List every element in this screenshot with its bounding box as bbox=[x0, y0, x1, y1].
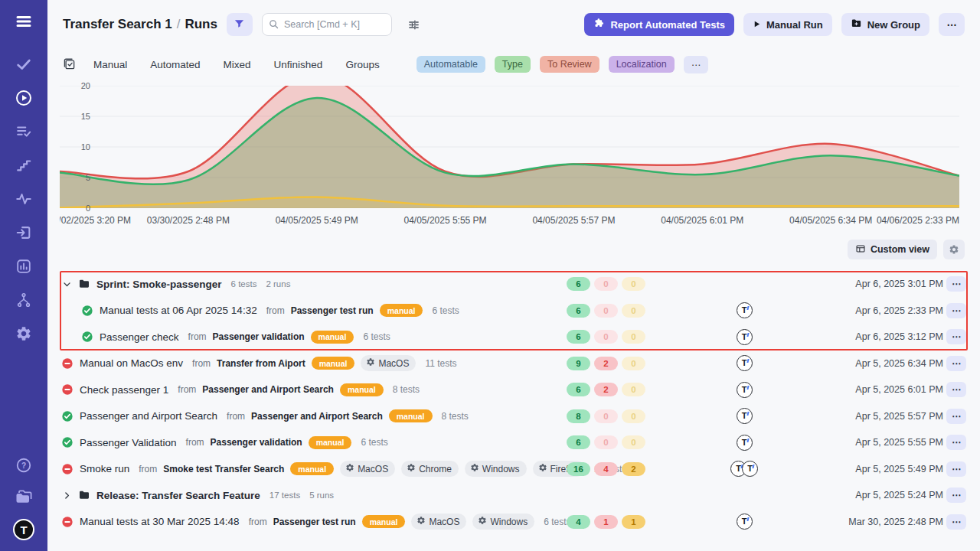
tab-mixed[interactable]: Mixed bbox=[224, 59, 251, 70]
row-more-button[interactable]: ⋯ bbox=[946, 461, 966, 477]
sidebar-item-list-check-icon[interactable] bbox=[15, 122, 33, 141]
manual-badge: manual bbox=[380, 304, 423, 317]
run-row[interactable]: Passenger ValidationfromPassenger valida… bbox=[47, 429, 980, 456]
row-more-button[interactable]: ⋯ bbox=[946, 409, 966, 424]
play-icon bbox=[753, 19, 761, 31]
svg-text:?: ? bbox=[21, 461, 26, 470]
breadcrumb-project[interactable]: Transfer Search 1 bbox=[63, 17, 172, 31]
report-automated-tests-button[interactable]: Report Automated Tests bbox=[584, 13, 734, 36]
sidebar-item-gear-icon[interactable] bbox=[15, 324, 33, 343]
new-group-button[interactable]: New Group bbox=[841, 13, 929, 36]
filter-tag-automatable[interactable]: Automatable bbox=[416, 56, 485, 73]
breadcrumb-page: Runs bbox=[185, 17, 217, 31]
run-title[interactable]: Passenger and Airport Search bbox=[80, 410, 217, 422]
filter-button[interactable] bbox=[227, 13, 253, 36]
from-label: from bbox=[139, 464, 157, 474]
tab-manual[interactable]: Manual bbox=[93, 59, 127, 70]
table-icon bbox=[855, 243, 866, 256]
select-all-icon[interactable] bbox=[63, 57, 77, 71]
run-title[interactable]: Manual tests at 06 Apr 2025 14:32 bbox=[100, 305, 257, 316]
run-row[interactable]: Passenger checkfromPassenger validationm… bbox=[47, 324, 980, 350]
from-label: from bbox=[188, 331, 207, 342]
row-more-button[interactable]: ⋯ bbox=[946, 329, 966, 344]
sidebar-item-help-icon[interactable]: ? bbox=[15, 456, 33, 474]
group-row[interactable]: Release: Transfer Search Feature17 tests… bbox=[47, 482, 980, 509]
manual-run-button[interactable]: Manual Run bbox=[743, 13, 832, 36]
sidebar-item-bar-chart-icon[interactable] bbox=[15, 257, 33, 276]
row-more-button[interactable]: ⋯ bbox=[946, 435, 966, 450]
run-date: Apr 5, 2025 5:55 PM bbox=[828, 437, 943, 448]
tab-groups[interactable]: Groups bbox=[345, 59, 379, 70]
skipped-count-pill: 0 bbox=[622, 304, 645, 318]
adjustments-icon[interactable] bbox=[401, 13, 427, 36]
sidebar-item-steps-icon[interactable] bbox=[15, 156, 33, 174]
row-more-button[interactable]: ⋯ bbox=[946, 487, 966, 503]
view-settings-gear-icon[interactable] bbox=[943, 240, 965, 259]
avatar: T bbox=[737, 329, 753, 345]
filter-tag-type[interactable]: Type bbox=[495, 56, 531, 73]
row-more-button[interactable]: ⋯ bbox=[946, 356, 966, 371]
user-avatar[interactable]: T bbox=[13, 519, 34, 540]
avatar: T bbox=[737, 382, 753, 398]
filter-tag-to-review[interactable]: To Review bbox=[540, 56, 599, 73]
row-more-button[interactable]: ⋯ bbox=[946, 514, 966, 530]
results-pills: 920 bbox=[567, 357, 660, 370]
row-more-button[interactable]: ⋯ bbox=[946, 276, 966, 292]
group-row[interactable]: Sprint: Smoke-passenger6 tests2 runs600A… bbox=[47, 271, 980, 298]
results-pills: 800 bbox=[567, 409, 660, 423]
group-runs-count: 5 runs bbox=[309, 491, 334, 500]
run-row[interactable]: Manual on MacOs envfromTransfer from Aip… bbox=[47, 350, 980, 377]
search-input[interactable] bbox=[262, 13, 392, 36]
environment-badge: Windows bbox=[465, 461, 527, 477]
gear-icon bbox=[478, 516, 487, 527]
search-icon bbox=[268, 18, 279, 33]
y-tick-label: 10 bbox=[81, 142, 90, 152]
tab-automated[interactable]: Automated bbox=[150, 59, 200, 70]
tests-count: 6 tests bbox=[361, 437, 387, 448]
run-row[interactable]: Smoke runfromSmoke test Transfer Searchm… bbox=[47, 456, 980, 483]
header-more-button[interactable]: ⋯ bbox=[939, 13, 965, 36]
filter-tag--[interactable]: ⋯ bbox=[684, 56, 709, 73]
menu-icon[interactable] bbox=[15, 12, 33, 31]
chart-y-axis: 05101520 bbox=[70, 86, 90, 208]
filter-tag-localization[interactable]: Localization bbox=[609, 56, 675, 73]
skipped-count-pill: 0 bbox=[622, 435, 645, 449]
row-more-button[interactable]: ⋯ bbox=[946, 303, 966, 318]
sidebar-item-projects-icon[interactable] bbox=[15, 487, 33, 506]
environment-badge: MacOS bbox=[340, 461, 395, 477]
custom-view-button[interactable]: Custom view bbox=[848, 240, 937, 259]
run-source: Passenger validation bbox=[211, 437, 302, 448]
run-title[interactable]: Passenger check bbox=[100, 331, 179, 343]
from-label: from bbox=[227, 411, 245, 422]
run-title[interactable]: Smoke run bbox=[80, 463, 129, 474]
failed-icon bbox=[61, 357, 74, 370]
run-row[interactable]: Manual tests at 30 Mar 2025 14:48fromPas… bbox=[47, 509, 980, 536]
sidebar-item-branch-icon[interactable] bbox=[15, 291, 33, 309]
chevron-right-icon[interactable] bbox=[61, 491, 72, 500]
manual-run-label: Manual Run bbox=[766, 19, 823, 31]
run-row[interactable]: Passenger and Airport SearchfromPassenge… bbox=[47, 403, 980, 430]
sidebar-item-check-icon[interactable] bbox=[15, 55, 33, 73]
run-title[interactable]: Manual on MacOs env bbox=[80, 357, 183, 369]
sidebar-item-play-circle-icon[interactable] bbox=[15, 89, 33, 107]
from-label: from bbox=[249, 517, 267, 527]
avatar: T bbox=[742, 461, 758, 477]
chart-canvas bbox=[60, 86, 959, 208]
run-row[interactable]: Check passenger 1fromPassenger and Airpo… bbox=[47, 377, 980, 403]
run-title[interactable]: Passenger Validation bbox=[80, 437, 177, 448]
avatar: T bbox=[737, 435, 753, 451]
tab-unfinished[interactable]: Unfinished bbox=[274, 59, 323, 70]
skipped-count-pill: 0 bbox=[622, 330, 645, 344]
chevron-down-icon[interactable] bbox=[61, 279, 72, 289]
passed-icon bbox=[61, 410, 74, 422]
run-title[interactable]: Manual tests at 30 Mar 2025 14:48 bbox=[80, 516, 240, 527]
sidebar-item-activity-icon[interactable] bbox=[15, 190, 33, 208]
run-row[interactable]: Manual tests at 06 Apr 2025 14:32fromPas… bbox=[47, 298, 980, 324]
results-pills: 620 bbox=[567, 383, 660, 396]
skipped-count-pill: 1 bbox=[622, 515, 645, 529]
run-title[interactable]: Check passenger 1 bbox=[80, 384, 168, 396]
sidebar-item-sign-in-icon[interactable] bbox=[15, 223, 33, 242]
passed-count-pill: 8 bbox=[567, 409, 590, 423]
tests-count: 6 tests bbox=[432, 305, 459, 316]
row-more-button[interactable]: ⋯ bbox=[946, 382, 966, 397]
